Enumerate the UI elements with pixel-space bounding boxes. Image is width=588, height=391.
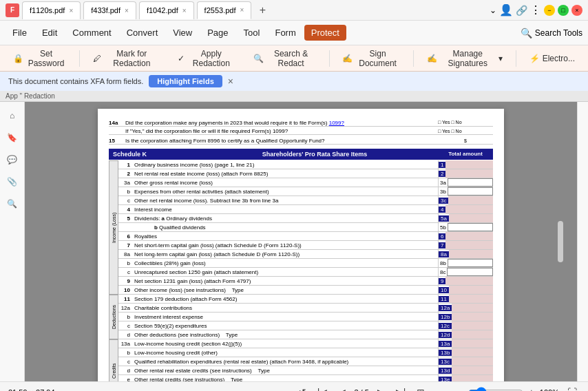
row-total-input[interactable] xyxy=(452,313,493,321)
zoom-slider[interactable] xyxy=(468,387,523,392)
tab-f2553[interactable]: f2553.pdf × xyxy=(197,1,252,19)
row-label-15: Is the corporation attaching Form 8996 t… xyxy=(125,138,438,144)
highlight-fields-button[interactable]: Highlight Fields xyxy=(149,75,222,87)
row-total-input[interactable] xyxy=(452,375,493,381)
scroll-indicator[interactable] xyxy=(558,221,563,262)
row-total-input[interactable] xyxy=(452,366,493,374)
fullscreen-button[interactable]: ⛶ xyxy=(565,385,580,392)
apply-redaction-label: Apply Redaction xyxy=(187,49,235,68)
row-label-14a: Did the corporation make any payments in… xyxy=(125,120,438,126)
row-input-5b[interactable] xyxy=(448,223,493,231)
row-total: 10 xyxy=(438,286,493,294)
electro-button[interactable]: ⚡ Electro... xyxy=(522,50,582,67)
row-total: 7 xyxy=(438,241,493,249)
row-num: 12a xyxy=(118,305,132,311)
row-total: 3c xyxy=(438,196,493,204)
minimize-button[interactable]: − xyxy=(544,5,555,16)
tab-close-f2553[interactable]: × xyxy=(240,6,244,14)
row-total: 12a xyxy=(438,304,493,312)
first-page-button[interactable]: |◀ xyxy=(315,385,330,392)
fit-width-button[interactable]: ↔ xyxy=(433,385,448,392)
sidebar-comment-icon[interactable]: 💬 xyxy=(4,151,21,168)
sidebar-search-icon[interactable]: 🔍 xyxy=(4,196,21,212)
row-input-3a[interactable] xyxy=(448,178,493,187)
menu-convert[interactable]: Convert xyxy=(120,25,165,41)
prev-page-button[interactable]: ◀ xyxy=(335,385,348,392)
menu-form[interactable]: Form xyxy=(268,25,302,41)
row-total-input[interactable] xyxy=(449,214,493,222)
row-total-input[interactable] xyxy=(452,357,493,366)
row-input-8c[interactable] xyxy=(447,268,493,276)
menu-file[interactable]: File xyxy=(6,25,34,41)
last-page-button[interactable]: ▶| xyxy=(393,385,409,392)
sidebar-bookmark-icon[interactable]: 🔖 xyxy=(4,129,21,146)
table-row: c Section 59(e)(2) expenditures 12c xyxy=(118,321,493,330)
row-total-input[interactable] xyxy=(449,295,493,303)
tab-close-f1042[interactable]: × xyxy=(182,7,187,14)
row-total: 5a xyxy=(438,214,493,222)
search-redact-button[interactable]: 🔍 Search & Redact xyxy=(246,45,324,72)
row-total-input[interactable] xyxy=(452,321,493,330)
breadcrumb: App " Redaction xyxy=(0,91,588,102)
sign-document-button[interactable]: ✍ Sign Document xyxy=(335,45,408,72)
mark-redaction-button[interactable]: 🖊 Mark for Redaction xyxy=(85,45,167,72)
tab-f433f[interactable]: f433f.pdf × xyxy=(83,1,136,19)
row-num: 1 xyxy=(118,162,132,168)
row-total-input[interactable] xyxy=(445,169,493,178)
row-total-input[interactable] xyxy=(449,250,493,258)
row-label: Low-income housing credit (other) xyxy=(132,350,438,356)
close-button[interactable]: × xyxy=(571,5,582,16)
row-total-input[interactable] xyxy=(448,196,493,204)
tab-close-f1120s[interactable]: × xyxy=(69,7,73,14)
dropdown-icon[interactable]: ⌄ xyxy=(490,6,496,15)
tab-f1120s[interactable]: f1120s.pdf × xyxy=(22,1,81,19)
maximize-button[interactable]: □ xyxy=(558,5,569,16)
pdf-area[interactable]: 14a Did the corporation make any payment… xyxy=(25,102,577,381)
row-input-8b[interactable] xyxy=(448,259,493,267)
row-num: 8a xyxy=(118,251,132,257)
next-page-button[interactable]: ▶ xyxy=(375,385,388,392)
tab-f1042[interactable]: f1042.pdf × xyxy=(139,1,194,19)
zoom-out-button[interactable]: − xyxy=(454,385,465,392)
row-total-input[interactable] xyxy=(452,348,493,357)
row-total-input[interactable] xyxy=(449,286,493,294)
row-total-input[interactable] xyxy=(445,232,493,240)
row-num: 6 xyxy=(118,233,132,240)
row-total-input[interactable] xyxy=(452,339,493,348)
sidebar-attachment-icon[interactable]: 📎 xyxy=(4,173,21,190)
search-tools-label[interactable]: Search Tools xyxy=(535,28,582,38)
zoom-in-button[interactable]: + xyxy=(526,385,537,392)
row-total-input[interactable] xyxy=(445,205,493,213)
new-tab-button[interactable]: + xyxy=(254,2,271,19)
row-input-3b[interactable] xyxy=(448,187,493,196)
row-num: d xyxy=(118,332,132,338)
set-password-button[interactable]: 🔒 Set Password xyxy=(6,45,74,72)
row-label: Other rental credits (see instructions) … xyxy=(132,377,438,382)
share-icon[interactable]: 🔗 xyxy=(516,5,527,16)
menu-dots-icon[interactable]: ⋮ xyxy=(530,3,541,17)
sidebar-home-icon[interactable]: ⌂ xyxy=(4,107,21,124)
fit-page-button[interactable]: ⊞ xyxy=(414,385,428,392)
table-row: 5 Dividends: a Ordinary dividends 5a xyxy=(118,214,493,223)
menu-comment[interactable]: Comment xyxy=(65,25,118,41)
menu-edit[interactable]: Edit xyxy=(35,25,64,41)
row-total-input[interactable] xyxy=(452,330,493,339)
account-icon[interactable]: 👤 xyxy=(499,3,513,17)
table-row: 9 Net section 1231 gain (loss) (attach F… xyxy=(118,277,493,286)
rotate-button[interactable]: ↺ xyxy=(295,385,309,392)
row-total-input[interactable] xyxy=(445,277,493,285)
notification-close-button[interactable]: × xyxy=(228,76,233,87)
menu-tool[interactable]: Tool xyxy=(237,25,267,41)
row-total-input[interactable] xyxy=(452,304,493,312)
tab-close-f433f[interactable]: × xyxy=(125,7,129,14)
deductions-section: Deductions 11 Section 179 deduction (att… xyxy=(109,295,493,339)
row-total-input[interactable] xyxy=(445,241,493,249)
menu-protect[interactable]: Protect xyxy=(304,25,346,41)
menu-page[interactable]: Page xyxy=(200,25,235,41)
manage-signatures-button[interactable]: ✍ Manage Signatures ▾ xyxy=(419,45,510,72)
row-input-label: 8c xyxy=(439,269,447,275)
menu-view[interactable]: View xyxy=(166,25,199,41)
row-total-num: 13e xyxy=(439,377,452,382)
row-total-input[interactable] xyxy=(445,160,493,169)
apply-redaction-button[interactable]: ✓ Apply Redaction xyxy=(170,45,243,72)
